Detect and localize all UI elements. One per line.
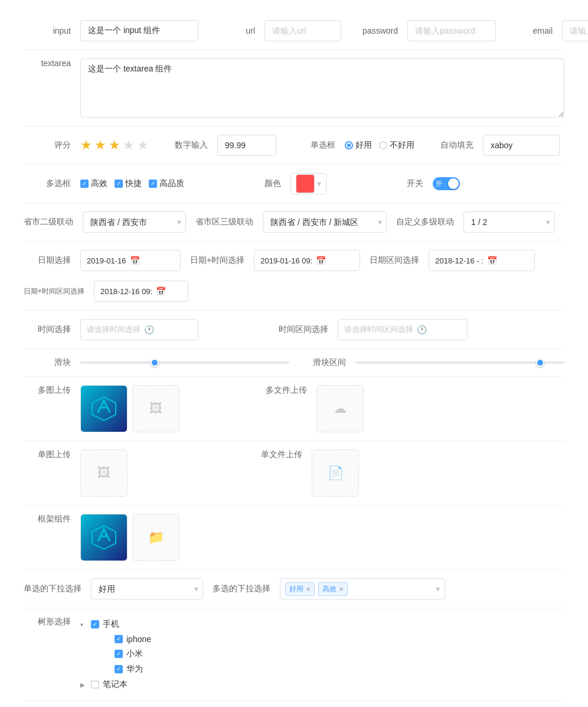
time-picker[interactable]: 请选择时间选择 🕐 <box>80 319 198 340</box>
input-field[interactable] <box>80 20 198 41</box>
tree-toggle-phone[interactable]: ▾ <box>80 621 87 628</box>
color-picker-button[interactable]: ▾ <box>290 173 326 194</box>
tree-toggle-laptop[interactable]: ▶ <box>80 682 87 688</box>
upload-image-icon: 🖼 <box>149 401 162 416</box>
password-field[interactable] <box>407 20 496 41</box>
multi-select-arrow: ▾ <box>436 584 440 594</box>
password-group: password <box>351 20 496 41</box>
daterange-calendar-icon: 📅 <box>487 256 497 265</box>
cascade2-label: 省市二级联动 <box>24 217 73 227</box>
tag-good: 好用 ✕ <box>285 582 315 596</box>
radio-label: 单选框 <box>288 140 335 151</box>
star-4[interactable]: ★ <box>123 138 135 153</box>
single-file-label: 单文件上传 <box>255 449 302 460</box>
slider-label: 滑块 <box>24 357 71 368</box>
datetimerange-picker[interactable]: 2018-12-16 09: 📅 <box>94 281 188 302</box>
tree-item-phone: ▾ 手机 <box>80 617 151 632</box>
autocomplete-group: 自动填充 <box>426 135 560 156</box>
time-placeholder: 请选择时间选择 <box>87 324 141 335</box>
tag-good-close[interactable]: ✕ <box>306 586 311 592</box>
upload-zone-image[interactable]: 🖼 <box>132 385 179 432</box>
framework-group: 框架组件 📁 <box>24 514 179 561</box>
star-2[interactable]: ★ <box>94 138 106 153</box>
row-dates1: 日期选择 2019-01-16 📅 日期+时间选择 2019-01-16 09:… <box>24 242 564 311</box>
switch-label: 开关 <box>376 178 423 189</box>
single-file-zone[interactable]: 📄 <box>312 449 359 497</box>
switch-text: 开 <box>436 180 442 188</box>
tree-checkbox-xiaomi[interactable] <box>115 650 123 658</box>
radio-option-good[interactable]: 好用 <box>345 140 372 151</box>
timerange-picker[interactable]: 请选择时间区间选择 🕐 <box>338 319 468 340</box>
time-group: 时间选择 请选择时间选择 🕐 <box>24 319 198 340</box>
daterange-picker[interactable]: 2018-12-16 - : 📅 <box>429 250 535 271</box>
datetimerange-label: 日期+时间区间选择 <box>24 286 84 297</box>
timerange-label: 时间区间选择 <box>279 324 328 335</box>
multi-select-label: 多选的下拉选择 <box>213 584 270 594</box>
checkbox-items: 高效 快捷 高品质 <box>80 178 184 189</box>
tree-checkbox-phone[interactable] <box>91 620 99 628</box>
checkbox-quality[interactable]: 高品质 <box>149 178 184 189</box>
framework-preview-logo <box>80 514 128 561</box>
tree-item-iphone: iphone <box>104 632 151 646</box>
timerange-placeholder: 请选择时间区间选择 <box>344 324 413 335</box>
sliderrange-input[interactable] <box>355 361 564 364</box>
checkbox-quality-label: 高品质 <box>159 178 184 189</box>
email-field[interactable] <box>562 20 588 41</box>
tree-huawei-label: 华为 <box>126 664 143 675</box>
date-value: 2019-01-16 <box>87 256 126 265</box>
date-group: 日期选择 2019-01-16 📅 <box>24 250 181 271</box>
single-image-zone[interactable]: 🖼 <box>80 449 128 497</box>
tree-checkbox-iphone[interactable] <box>115 635 123 643</box>
datetimerange-value: 2018-12-16 09: <box>100 287 152 296</box>
number-label: 数字输入 <box>161 140 208 151</box>
textarea-field[interactable]: 这是一个 textarea 组件 <box>80 58 564 118</box>
url-field[interactable] <box>264 20 341 41</box>
slider-input[interactable] <box>80 361 289 364</box>
checkbox-label: 多选框 <box>24 178 71 189</box>
checkbox-efficient[interactable]: 高效 <box>80 178 107 189</box>
radio-group: 单选框 好用 不好用 <box>288 140 414 151</box>
star-5[interactable]: ★ <box>137 138 149 153</box>
radio-label-good: 好用 <box>355 140 372 151</box>
single-select[interactable]: 好用 不好用 <box>91 578 203 600</box>
star-3[interactable]: ★ <box>109 138 120 153</box>
email-group: email <box>505 20 588 41</box>
radio-label-bad: 不好用 <box>390 140 414 151</box>
calendar-icon: 📅 <box>130 256 140 265</box>
date-picker[interactable]: 2019-01-16 📅 <box>80 250 181 271</box>
rating-stars[interactable]: ★ ★ ★ ★ ★ <box>80 138 149 153</box>
single-image-group: 单图上传 🖼 <box>24 449 128 497</box>
multi-upload-label: 多图上传 <box>24 385 71 396</box>
rating-group: 评分 ★ ★ ★ ★ ★ <box>24 138 149 153</box>
star-1[interactable]: ★ <box>80 138 92 153</box>
tag-efficient-close[interactable]: ✕ <box>339 586 344 592</box>
date-label: 日期选择 <box>24 255 71 266</box>
logo-svg <box>90 395 118 423</box>
radio-dot-bad <box>379 141 387 149</box>
datetime-picker[interactable]: 2019-01-16 09: 📅 <box>254 250 360 271</box>
cascade3-select[interactable]: 陕西省 / 西安市 / 新城区 <box>263 211 387 233</box>
sliderrange-label: 滑块区间 <box>299 357 346 368</box>
framework-folder-zone[interactable]: 📁 <box>132 514 179 561</box>
tree-checkbox-laptop[interactable] <box>91 680 99 689</box>
number-input[interactable] <box>217 135 276 156</box>
checkbox-efficient-label: 高效 <box>91 178 107 189</box>
datetime-label: 日期+时间选择 <box>190 255 244 266</box>
multi-file-zone[interactable]: ☁ <box>316 385 364 432</box>
datetime-value: 2019-01-16 09: <box>260 256 312 265</box>
autocomplete-input[interactable] <box>483 135 560 156</box>
rating-label: 评分 <box>24 140 71 151</box>
cascade2-select[interactable]: 陕西省 / 西安市 <box>83 211 186 233</box>
custom-cascade-select[interactable]: 1 / 2 <box>463 211 555 233</box>
input-label: input <box>24 26 71 35</box>
timerange-group: 时间区间选择 请选择时间区间选择 🕐 <box>279 319 468 340</box>
tree-checkbox-huawei[interactable] <box>115 665 123 673</box>
multi-select-field[interactable]: 好用 ✕ 高效 ✕ ▾ <box>280 578 445 600</box>
timerange-clock-icon: 🕐 <box>417 325 427 334</box>
multi-upload-group: 多图上传 🖼 <box>24 385 179 432</box>
tag-good-label: 好用 <box>289 584 303 594</box>
switch-toggle[interactable]: 开 <box>433 177 460 190</box>
radio-option-bad[interactable]: 不好用 <box>379 140 414 151</box>
checkbox-fast[interactable]: 快捷 <box>115 178 142 189</box>
daterange-value: 2018-12-16 - : <box>435 256 484 265</box>
